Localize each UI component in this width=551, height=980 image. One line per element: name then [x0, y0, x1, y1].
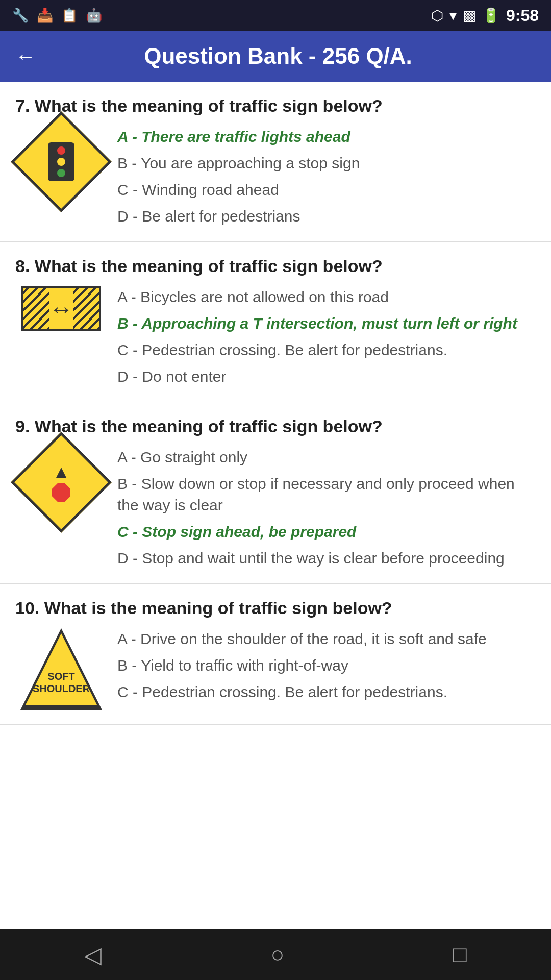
question-9-body: ▲ A - Go straight only B - Slow down or … [15, 447, 536, 569]
answer-10-b: B - Yield to traffic with right-of-way [117, 655, 536, 676]
answer-9-d: D - Stop and wait until the way is clear… [117, 548, 536, 569]
nav-back-button[interactable]: ◁ [84, 942, 102, 968]
soft-shoulder-text: SOFTSHOULDER [33, 670, 90, 695]
t-intersection-sign: ↔ [21, 286, 101, 331]
soft-shoulder-sign: SOFTSHOULDER [20, 628, 102, 710]
status-time: 9:58 [506, 6, 539, 25]
answer-10-c: C - Pedestrian crossing. Be alert for pe… [117, 681, 536, 703]
hatch-left [23, 288, 49, 329]
question-10: 10. What is the meaning of traffic sign … [0, 584, 551, 725]
nav-home-button[interactable]: ○ [270, 942, 284, 967]
hatch-right [73, 288, 99, 329]
up-arrow-icon: ▲ [52, 463, 70, 481]
question-8: 8. What is the meaning of traffic sign b… [0, 242, 551, 402]
tl-red-dot [57, 146, 65, 155]
bluetooth-icon: ⬡ [431, 7, 443, 24]
page-title: Question Bank - 256 Q/A. [51, 43, 536, 69]
status-bar: 🔧 📥 📋 🤖 ⬡ ▾ ▩ 🔋 9:58 [0, 0, 551, 31]
answer-7-d: D - Be alert for pedestrians [117, 206, 536, 227]
question-8-body: ↔ A - Bicycles are not allowed on this r… [15, 286, 536, 387]
wrench-icon: 🔧 [12, 8, 29, 23]
robot-icon: 🤖 [86, 8, 102, 23]
sign-9-container: ▲ [15, 447, 107, 518]
question-list: 7. What is the meaning of traffic sign b… [0, 82, 551, 929]
question-9: 9. What is the meaning of traffic sign b… [0, 402, 551, 584]
answer-9-a: A - Go straight only [117, 447, 536, 468]
answer-8-b: B - Approaching a T intersection, must t… [117, 313, 536, 334]
stop-ahead-inner: ▲ [36, 457, 87, 508]
question-7: 7. What is the meaning of traffic sign b… [0, 82, 551, 242]
sim-icon: ▩ [463, 7, 476, 24]
sign-7-container [15, 126, 107, 198]
question-10-text: 10. What is the meaning of traffic sign … [15, 598, 536, 618]
answer-8-c: C - Pedestrian crossing. Be alert for pe… [117, 339, 536, 361]
answer-9-c: C - Stop sign ahead, be prepared [117, 521, 536, 543]
tl-green-dot [57, 169, 65, 177]
sign-8-container: ↔ [15, 286, 107, 331]
soft-shoulder-fill: SOFTSHOULDER [26, 633, 97, 705]
traffic-light-inner [36, 136, 87, 187]
battery-icon: 🔋 [482, 7, 500, 24]
back-button[interactable]: ← [15, 46, 36, 66]
question-7-body: A - There are traffic lights ahead B - Y… [15, 126, 536, 227]
question-10-body: SOFTSHOULDER A - Drive on the shoulder o… [15, 628, 536, 710]
answer-9-b: B - Slow down or stop if necessary and o… [117, 473, 536, 516]
tl-yellow-dot [57, 158, 65, 166]
question-9-text: 9. What is the meaning of traffic sign b… [15, 416, 536, 436]
question-10-answers: A - Drive on the shoulder of the road, i… [117, 628, 536, 703]
status-icons-right: ⬡ ▾ ▩ 🔋 9:58 [431, 6, 539, 25]
wifi-icon: ▾ [449, 7, 457, 24]
question-7-text: 7. What is the meaning of traffic sign b… [15, 96, 536, 116]
stop-octagon-icon [52, 483, 70, 502]
sign-10-container: SOFTSHOULDER [15, 628, 107, 710]
answer-8-a: A - Bicycles are not allowed on this roa… [117, 286, 536, 308]
nav-recent-button[interactable]: □ [453, 942, 467, 967]
t-center-arrow: ↔ [49, 288, 73, 329]
stop-ahead-sign: ▲ [11, 432, 112, 533]
question-8-text: 8. What is the meaning of traffic sign b… [15, 256, 536, 276]
answer-10-a: A - Drive on the shoulder of the road, i… [117, 628, 536, 650]
download-icon: 📥 [37, 8, 53, 23]
question-9-answers: A - Go straight only B - Slow down or st… [117, 447, 536, 569]
clipboard-icon: 📋 [61, 8, 78, 23]
answer-8-d: D - Do not enter [117, 366, 536, 387]
question-7-answers: A - There are traffic lights ahead B - Y… [117, 126, 536, 227]
answer-7-c: C - Winding road ahead [117, 179, 536, 201]
status-icons-left: 🔧 📥 📋 🤖 [12, 8, 102, 23]
stop-ahead-content: ▲ [52, 463, 70, 502]
traffic-light-body [48, 142, 74, 181]
app-header: ← Question Bank - 256 Q/A. [0, 31, 551, 82]
traffic-light-sign [11, 111, 112, 212]
bottom-nav: ◁ ○ □ [0, 929, 551, 980]
question-8-answers: A - Bicycles are not allowed on this roa… [117, 286, 536, 387]
answer-7-b: B - You are approaching a stop sign [117, 153, 536, 174]
answer-7-a: A - There are traffic lights ahead [117, 126, 536, 148]
